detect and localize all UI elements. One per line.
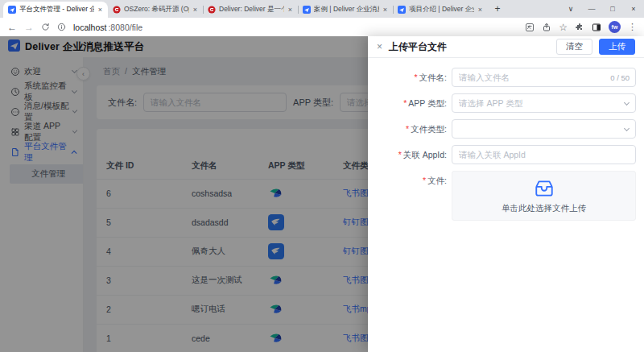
window-controls: ∨ — □ × [560, 0, 644, 18]
tab-title: OSZero: 希码开源 (Open Sour [124, 5, 189, 14]
deliver-favicon-icon [398, 6, 406, 14]
tab-title: Deliver: Deliver 是一个面向企 [219, 5, 284, 14]
form-select[interactable] [452, 119, 636, 139]
address-bar: ← → localhost:8080/file ☆ fw ⋮ [0, 18, 644, 36]
required-asterisk: * [398, 150, 402, 159]
upload-inbox-icon [534, 178, 555, 199]
chevron-down-icon [624, 125, 630, 130]
browser-tab[interactable]: Deliver: Deliver 是一个面向企× [203, 2, 298, 18]
form-row: *文件名:0 / 50 [376, 68, 636, 87]
form-label: *关联 AppId: [376, 145, 447, 164]
tab-title: 项目介绍 | Deliver 企业消息推 [409, 5, 474, 14]
browser-tab[interactable]: OSZero: 希码开源 (Open Sour× [108, 2, 203, 18]
url-path: :8080/file [108, 23, 142, 32]
close-icon[interactable]: × [377, 42, 382, 52]
tab-close-icon[interactable]: × [382, 6, 388, 14]
side-panel-icon[interactable] [592, 23, 601, 32]
form-row: *文件类型: [376, 119, 636, 139]
form-control [452, 119, 636, 139]
required-asterisk: * [403, 98, 407, 108]
browser-tab[interactable]: 案例 | Deliver 企业消息推送平× [298, 2, 393, 18]
form-label: *文件类型: [376, 119, 447, 139]
tab-close-icon[interactable]: × [287, 6, 293, 14]
window-minimize-button[interactable]: — [581, 5, 602, 13]
tab-close-icon[interactable]: × [477, 6, 483, 14]
drawer-header: × 上传平台文件 清空 上传 [368, 36, 644, 58]
form-row: *APP 类型: [376, 93, 636, 113]
form-row: *关联 AppId: [376, 145, 636, 164]
deliver-favicon-icon [8, 6, 16, 14]
browser-tab[interactable]: 平台文件管理 - Deliver 企业消× [3, 2, 108, 18]
share-icon[interactable] [542, 23, 551, 32]
browser-menu-icon[interactable]: ⋮ [628, 22, 637, 32]
form-control: 0 / 50 [452, 68, 636, 87]
chevron-down-icon [624, 99, 630, 105]
upload-button[interactable]: 上传 [599, 39, 635, 55]
extensions-icon[interactable] [575, 23, 584, 32]
file-upload-dropzone[interactable]: 单击此处选择文件上传 [452, 171, 636, 221]
browser-window: 平台文件管理 - Deliver 企业消×OSZero: 希码开源 (Open … [0, 0, 644, 352]
form-input[interactable]: 0 / 50 [452, 68, 636, 87]
required-asterisk: * [423, 176, 426, 185]
form-select[interactable] [452, 93, 636, 113]
refresh-icon[interactable] [41, 23, 50, 31]
required-asterisk: * [414, 72, 417, 82]
browser-tab[interactable]: 项目介绍 | Deliver 企业消息推× [393, 2, 488, 18]
char-counter: 0 / 50 [610, 73, 630, 82]
bookmark-star-icon[interactable]: ☆ [559, 23, 568, 32]
required-asterisk: * [406, 124, 409, 134]
tab-close-icon[interactable]: × [192, 6, 198, 14]
form-label: *文件: [376, 171, 447, 190]
form-control: 单击此处选择文件上传 [452, 171, 636, 221]
gitee-favicon-icon [208, 6, 216, 14]
clear-button[interactable]: 清空 [556, 39, 592, 55]
translate-icon[interactable] [525, 23, 535, 32]
form-label: *APP 类型: [376, 93, 447, 113]
deliver-favicon-icon [303, 6, 311, 14]
tab-close-icon[interactable]: × [97, 6, 103, 14]
form-row: *文件:单击此处选择文件上传 [376, 171, 636, 221]
new-tab-button[interactable]: + [491, 2, 504, 15]
upload-hint-text: 单击此处选择文件上传 [502, 203, 586, 214]
form-input[interactable] [452, 145, 636, 164]
tab-title: 案例 | Deliver 企业消息推送平 [314, 5, 379, 14]
url-host: localhost [73, 23, 106, 32]
window-maximize-button[interactable]: □ [602, 5, 623, 13]
forward-icon[interactable]: → [24, 23, 34, 32]
drawer-title: 上传平台文件 [389, 40, 447, 54]
url-text[interactable]: localhost:8080/file [73, 23, 142, 32]
form-label: *文件名: [376, 68, 447, 87]
tab-strip: 平台文件管理 - Deliver 企业消×OSZero: 希码开源 (Open … [0, 0, 644, 18]
site-info-icon[interactable] [57, 23, 66, 31]
upload-drawer: × 上传平台文件 清空 上传 *文件名:0 / 50*APP 类型:*文件类型:… [368, 36, 644, 352]
profile-avatar[interactable]: fw [609, 21, 621, 33]
form-control [452, 93, 636, 113]
back-icon[interactable]: ← [7, 23, 17, 32]
gitee-favicon-icon [113, 6, 121, 14]
tab-search-icon[interactable]: ∨ [560, 5, 581, 13]
window-close-button[interactable]: × [623, 5, 644, 13]
tab-title: 平台文件管理 - Deliver 企业消 [19, 5, 94, 14]
form-control [452, 145, 636, 164]
